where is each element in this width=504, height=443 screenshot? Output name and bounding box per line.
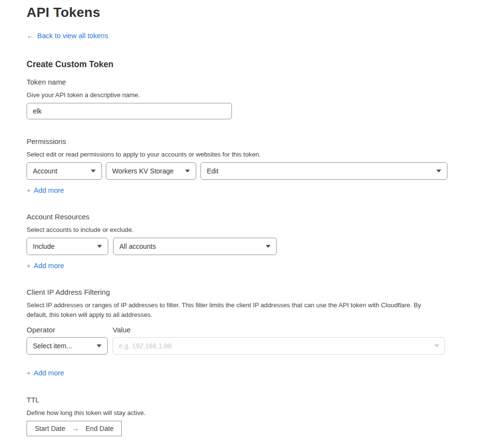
api-tokens-page: API Tokens ← Back to view all tokens Cre…	[0, 0, 504, 443]
operator-select[interactable]: Select item...	[27, 337, 108, 355]
ip-filtering-row: Select item...	[27, 337, 504, 355]
permission-scope-value: Account	[33, 167, 58, 175]
account-resources-description: Select accounts to include or exclude.	[27, 225, 504, 235]
permission-scope-select[interactable]: Account	[27, 162, 102, 180]
account-resources-label: Account Resources	[27, 212, 504, 221]
token-name-description: Give your API token a descriptive name.	[27, 90, 504, 100]
plus-icon: +	[27, 261, 31, 270]
page-title: API Tokens	[27, 4, 504, 21]
ip-filtering-label: Client IP Address Filtering	[27, 287, 504, 297]
ttl-description: Define how long this token will stay act…	[27, 408, 504, 418]
token-name-input[interactable]	[27, 103, 232, 119]
ttl-label: TTL	[27, 395, 504, 404]
permissions-label: Permissions	[27, 137, 504, 146]
chevron-down-icon	[434, 344, 439, 347]
permission-level-value: Edit	[207, 167, 218, 175]
permissions-row: Account Workers KV Storage Edit	[27, 162, 504, 180]
permission-group-select[interactable]: Workers KV Storage	[106, 162, 196, 180]
ip-filtering-column-labels: Operator Value	[27, 325, 504, 334]
chevron-down-icon	[436, 170, 441, 172]
plus-icon: +	[27, 369, 31, 377]
ttl-date-range-picker[interactable]: Start Date → End Date	[27, 421, 122, 436]
operator-value: Select item...	[33, 342, 72, 350]
end-date-label: End Date	[86, 425, 114, 432]
ip-filtering-add-more-link[interactable]: + Add more	[27, 369, 64, 377]
chevron-down-icon	[97, 245, 102, 248]
permissions-add-more-link[interactable]: + Add more	[27, 186, 64, 194]
chevron-down-icon	[91, 170, 96, 172]
accounts-value: All accounts	[119, 243, 156, 250]
account-resources-add-more-link[interactable]: + Add more	[27, 261, 64, 270]
add-more-label: Add more	[34, 186, 64, 194]
account-resources-row: Include All accounts	[27, 238, 504, 255]
include-exclude-select[interactable]: Include	[27, 238, 108, 255]
permission-level-select[interactable]: Edit	[201, 162, 447, 180]
back-arrow-icon: ←	[27, 31, 34, 40]
permission-group-value: Workers KV Storage	[112, 167, 173, 175]
chevron-down-icon	[97, 344, 101, 347]
right-arrow-icon: →	[72, 425, 79, 432]
back-to-tokens-link[interactable]: ← Back to view all tokens	[27, 31, 108, 40]
accounts-select[interactable]: All accounts	[113, 238, 277, 255]
ip-filtering-description: Select IP addresses or ranges of IP addr…	[27, 300, 443, 320]
create-custom-token-heading: Create Custom Token	[27, 59, 504, 70]
include-exclude-value: Include	[33, 243, 55, 250]
chevron-down-icon	[266, 245, 271, 248]
ip-value-field-wrap	[113, 337, 445, 355]
operator-label: Operator	[27, 325, 113, 334]
add-more-label: Add more	[34, 262, 64, 270]
chevron-down-icon	[185, 170, 190, 172]
add-more-label: Add more	[34, 369, 64, 377]
back-link-label: Back to view all tokens	[37, 32, 108, 40]
token-name-label: Token name	[27, 77, 504, 86]
plus-icon: +	[27, 186, 31, 194]
start-date-label: Start Date	[35, 425, 65, 432]
value-label: Value	[113, 325, 130, 334]
permissions-description: Select edit or read permissions to apply…	[27, 150, 504, 159]
ip-value-input[interactable]	[113, 337, 445, 355]
